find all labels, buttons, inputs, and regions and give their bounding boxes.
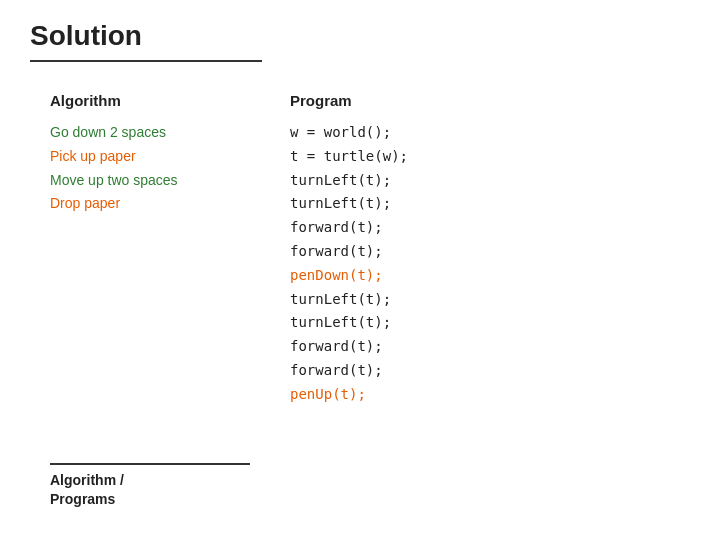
page-title: Solution [30, 20, 142, 52]
list-item: penDown(t); [290, 264, 490, 288]
title-section: Solution [30, 20, 262, 62]
program-items: w = world(); t = turtle(w); turnLeft(t);… [290, 121, 490, 407]
algorithm-column: Algorithm Go down 2 spaces Pick up paper… [50, 92, 230, 407]
footer-section: Algorithm / Programs [50, 463, 250, 510]
list-item: forward(t); [290, 240, 490, 264]
list-item: turnLeft(t); [290, 169, 490, 193]
content-area: Algorithm Go down 2 spaces Pick up paper… [30, 92, 690, 407]
list-item: turnLeft(t); [290, 311, 490, 335]
program-column: Program w = world(); t = turtle(w); turn… [290, 92, 490, 407]
list-item: forward(t); [290, 335, 490, 359]
list-item: Drop paper [50, 192, 230, 216]
list-item: forward(t); [290, 359, 490, 383]
list-item: Pick up paper [50, 145, 230, 169]
list-item: Go down 2 spaces [50, 121, 230, 145]
list-item: t = turtle(w); [290, 145, 490, 169]
list-item: forward(t); [290, 216, 490, 240]
list-item: penUp(t); [290, 383, 490, 407]
footer-text: Algorithm / Programs [50, 471, 250, 510]
algorithm-header: Algorithm [50, 92, 230, 109]
list-item: turnLeft(t); [290, 192, 490, 216]
list-item: Move up two spaces [50, 169, 230, 193]
list-item: w = world(); [290, 121, 490, 145]
list-item: turnLeft(t); [290, 288, 490, 312]
page: Solution Algorithm Go down 2 spaces Pick… [0, 0, 720, 540]
algorithm-items: Go down 2 spaces Pick up paper Move up t… [50, 121, 230, 216]
program-header: Program [290, 92, 490, 109]
